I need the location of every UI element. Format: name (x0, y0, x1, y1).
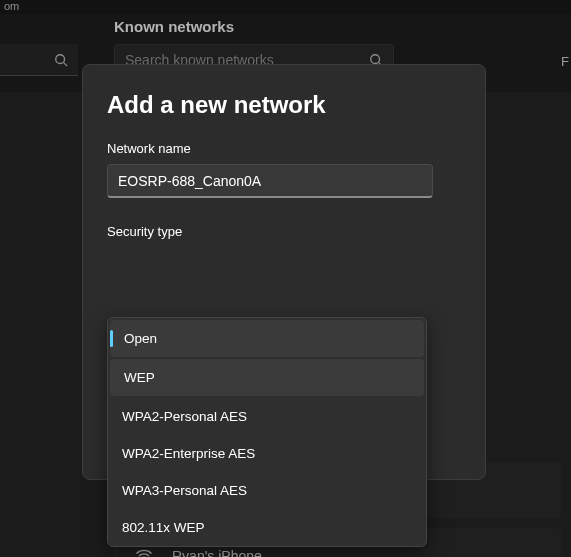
dropdown-option-wep[interactable]: WEP (110, 359, 424, 396)
dropdown-option-open[interactable]: Open (110, 320, 424, 357)
network-name-label: Network name (107, 141, 461, 156)
dialog-title: Add a new network (107, 91, 461, 119)
security-type-dropdown[interactable]: Open WEP WPA2-Personal AES WPA2-Enterpri… (107, 317, 427, 547)
dropdown-option-80211x-wep[interactable]: 802.11x WEP (108, 509, 426, 546)
dropdown-option-wpa2-enterprise[interactable]: WPA2-Enterprise AES (108, 435, 426, 472)
security-type-label: Security type (107, 224, 461, 239)
add-network-dialog: Add a new network Network name Security … (82, 64, 486, 480)
network-name-input[interactable] (107, 164, 433, 198)
dropdown-option-wpa3-personal[interactable]: WPA3-Personal AES (108, 472, 426, 509)
dropdown-option-wpa2-personal[interactable]: WPA2-Personal AES (108, 398, 426, 435)
